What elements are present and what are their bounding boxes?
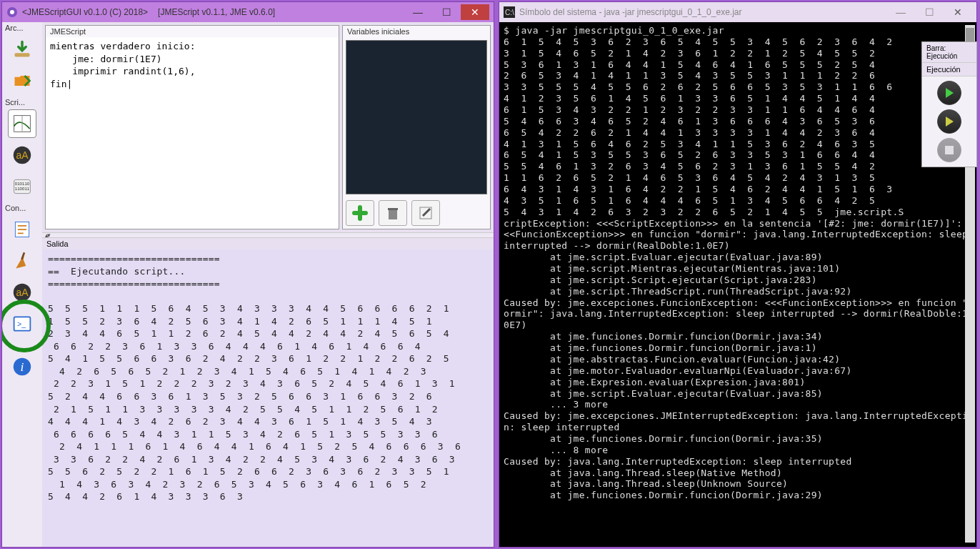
run-button[interactable]	[937, 81, 961, 105]
splitter[interactable]	[42, 232, 494, 238]
code-panel-label: JMEScript	[46, 26, 339, 37]
console-title: Símbolo del sistema - java -jar jmescrip…	[519, 7, 886, 17]
console-minimize-button[interactable]	[886, 4, 915, 20]
svg-text:010110: 010110	[15, 181, 30, 186]
download-icon[interactable]	[8, 35, 36, 64]
maximize-button[interactable]	[432, 4, 461, 20]
section-scri: Scri...	[2, 98, 25, 107]
svg-text:i: i	[21, 360, 24, 374]
svg-text:>_: >_	[17, 320, 26, 328]
svg-point-1	[10, 10, 14, 14]
vars-panel: Variables iniciales	[342, 25, 491, 229]
edit-button[interactable]	[411, 200, 440, 226]
terminal-icon[interactable]: >_	[8, 310, 36, 338]
add-button[interactable]	[346, 200, 374, 226]
run-alt-button[interactable]	[937, 109, 961, 134]
vars-panel-label: Variables iniciales	[343, 26, 490, 37]
main-titlebar[interactable]: <JMEScriptGUI v0.1.0 (C) 2018> [JMEScrip…	[2, 2, 494, 22]
vars-canvas[interactable]	[346, 40, 487, 194]
svg-text:110011: 110011	[15, 186, 30, 191]
console-output[interactable]: $ java -jar jmescriptgui_0_1_0_exe.jar 6…	[499, 22, 976, 547]
section-arc: Arc...	[2, 24, 24, 32]
output-label: Salida	[42, 238, 494, 249]
cmd-icon: C:\	[504, 6, 515, 18]
svg-text:aA: aA	[16, 149, 29, 161]
execution-barra: Barra: Ejecución	[922, 42, 976, 63]
left-toolbar: Arc... Scri... aA 010110110011 Con...	[2, 22, 42, 547]
main-window: <JMEScriptGUI v0.1.0 (C) 2018> [JMEScrip…	[1, 1, 494, 548]
delete-button[interactable]	[379, 200, 407, 226]
folder-arrow-icon[interactable]	[8, 66, 36, 95]
code-editor[interactable]: mientras verdadero inicio: jme: dormir(1…	[46, 37, 339, 229]
svg-rect-18	[388, 208, 398, 210]
execution-label: Ejecución	[922, 63, 976, 76]
svg-rect-2	[15, 53, 30, 56]
title-right: [JMEScript v0.1.1, JME v0.6.0]	[158, 7, 275, 17]
console-close-button[interactable]	[944, 4, 972, 20]
execution-panel[interactable]: Barra: Ejecución Ejecución	[921, 41, 977, 167]
title-left: <JMEScriptGUI v0.1.0 (C) 2018>	[22, 7, 148, 17]
graph-icon[interactable]	[8, 109, 36, 138]
font-dark-icon[interactable]: aA	[8, 141, 36, 169]
console-maximize-button[interactable]	[915, 4, 944, 20]
console-titlebar[interactable]: C:\ Símbolo del sistema - java -jar jmes…	[499, 2, 976, 22]
console-window: C:\ Símbolo del sistema - java -jar jmes…	[499, 1, 977, 548]
close-button[interactable]	[461, 4, 489, 20]
svg-text:C:\: C:\	[505, 9, 514, 16]
code-panel: JMEScript mientras verdadero inicio: jme…	[45, 25, 339, 229]
svg-text:aA: aA	[16, 287, 29, 298]
section-con: Con...	[2, 204, 26, 212]
info-icon[interactable]: i	[8, 352, 36, 381]
notes-icon[interactable]	[8, 215, 36, 244]
svg-rect-10	[21, 252, 25, 260]
font-dark2-icon[interactable]: aA	[8, 278, 36, 307]
app-icon	[6, 6, 18, 18]
stop-button[interactable]	[937, 138, 961, 162]
binary-icon[interactable]: 010110110011	[8, 172, 36, 201]
minimize-button[interactable]	[404, 4, 432, 20]
svg-rect-17	[389, 210, 397, 219]
output-area[interactable]: ============================== == Ejecut…	[42, 249, 494, 547]
broom-icon[interactable]	[8, 247, 36, 275]
